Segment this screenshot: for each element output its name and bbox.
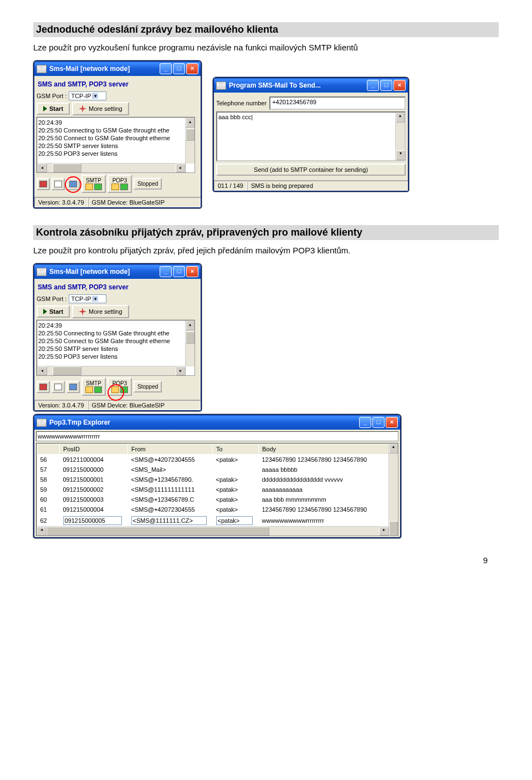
close-button[interactable]: × (386, 417, 398, 428)
table-row[interactable]: 62wwwwwwwwwwrrrrrrrrr (37, 514, 398, 527)
from-input[interactable] (131, 516, 207, 525)
maximize-button[interactable]: □ (173, 63, 185, 74)
main-title-text: Sms-Mail [network mode] (49, 268, 130, 276)
toolbar-icon-2[interactable] (52, 178, 65, 190)
gsm-port-combo[interactable]: TCP-IP ▾ (69, 294, 106, 303)
red-circle-highlight (65, 176, 81, 193)
col-num[interactable] (37, 444, 60, 455)
status-version: Version: 3.0.4.79 (34, 400, 88, 410)
telephone-label: Telephone number (216, 100, 267, 106)
pop3-tab[interactable]: POP3 (108, 175, 132, 193)
log-scrollbar-h[interactable]: ◂▸ (37, 366, 186, 375)
maximize-button[interactable]: □ (380, 80, 392, 91)
start-button[interactable]: Start (37, 305, 70, 318)
more-setting-button[interactable]: More setting (72, 102, 129, 115)
smtp-tab[interactable]: SMTP (81, 175, 106, 193)
minimize-button[interactable]: _ (359, 417, 371, 428)
chevron-down-icon[interactable]: ▾ (93, 296, 98, 302)
main-status-bar: Version: 3.0.4.79 GSM Device: BlueGateSI… (34, 197, 201, 207)
send-title-text: Program SMS-Mail To Send... (229, 81, 321, 89)
scroll-up-icon[interactable]: ▴ (186, 118, 195, 128)
close-button[interactable]: × (186, 266, 198, 277)
minimize-button[interactable]: _ (367, 80, 379, 91)
col-to[interactable]: To (213, 444, 259, 455)
stopped-tab[interactable]: Stopped (134, 381, 162, 392)
pop3-explorer-window: Pop3.Tmp Explorer _ □ × wwwwwwwwwwrrrrrr… (33, 414, 401, 538)
gsm-port-value: TCP-IP (71, 93, 91, 99)
to-input[interactable] (216, 516, 253, 525)
col-posid[interactable]: PosID (60, 444, 128, 455)
table-row[interactable]: 56091211000004<SMS@+42072304555<patak>12… (37, 455, 398, 465)
scroll-thumb-h[interactable] (53, 164, 81, 172)
gear-icon (79, 308, 86, 315)
col-from[interactable]: From (128, 444, 213, 455)
pop3-table: PosID From To Body 56091211000004<SMS@+4… (37, 443, 398, 527)
pop3-tab[interactable]: POP3 (108, 378, 132, 396)
close-button[interactable]: × (186, 63, 198, 74)
scroll-thumb[interactable] (186, 129, 195, 141)
main-titlebar[interactable]: Sms-Mail [network mode] _ □ × (34, 264, 201, 279)
table-row[interactable]: 59091215000002<SMS@111111111111<patak>aa… (37, 485, 398, 494)
gsm-port-combo[interactable]: TCP-IP ▾ (69, 91, 106, 100)
main-title-text: Sms-Mail [network mode] (49, 65, 130, 73)
log-output: 20:24:39 20:25:50 Connecting to GSM Gate… (37, 117, 195, 173)
smtp-tab[interactable]: SMTP (81, 378, 106, 396)
minimize-button[interactable]: _ (160, 266, 172, 277)
log-scrollbar-v[interactable]: ▴ (185, 320, 195, 366)
app-icon (37, 65, 47, 73)
toolbar-icon-1[interactable] (37, 381, 50, 393)
app-icon (216, 81, 226, 90)
table-row[interactable]: 58091215000001<SMS@+1234567890.<patak>dd… (37, 475, 398, 485)
chevron-down-icon[interactable]: ▾ (93, 93, 98, 99)
maximize-button[interactable]: □ (372, 417, 385, 428)
send-status-text: SMS is being prepared (247, 181, 408, 191)
table-row[interactable]: 57091215000000<SMS_Mail>aaaaa bbbbb (37, 465, 398, 475)
log-scrollbar-h[interactable]: ◂ ▸ (37, 163, 186, 172)
maximize-button[interactable]: □ (173, 266, 185, 277)
more-setting-button[interactable]: More setting (72, 305, 129, 318)
textarea-scrollbar[interactable]: ▴▾ (395, 113, 405, 160)
play-icon (43, 309, 47, 314)
status-device: GSM Device: BlueGateSIP (88, 400, 201, 410)
toolbar-icon-smtp-monitor[interactable] (66, 381, 80, 393)
pop3-titlebar[interactable]: Pop3.Tmp Explorer _ □ × (34, 415, 400, 430)
minimize-button[interactable]: _ (160, 63, 172, 74)
log-output: 20:24:39 20:25:50 Connecting to GSM Gate… (37, 320, 195, 376)
message-textarea[interactable]: aaa bbb ccc ▴▾ (216, 111, 406, 161)
section2-title: Kontrola zásobníku přijatých zpráv, přip… (33, 225, 499, 240)
table-scrollbar-v[interactable]: ▴ (388, 443, 398, 527)
page-number: 9 (33, 555, 499, 565)
start-button[interactable]: Start (37, 103, 70, 115)
section2-desc: Lze použít pro kontrolu přijatých zpráv,… (33, 246, 499, 255)
gear-icon (79, 105, 86, 113)
scroll-right-icon[interactable]: ▸ (176, 164, 186, 172)
main-titlebar[interactable]: Sms-Mail [network mode] _ □ × (34, 62, 201, 76)
table-row[interactable]: 61091215000004<SMS@+42072304555<patak>12… (37, 504, 398, 514)
send-button[interactable]: Send (add to SMTP container for sending) (216, 164, 406, 176)
posid-input[interactable] (63, 516, 122, 525)
app-icon (37, 268, 47, 276)
section1-title: Jednoduché odeslání zprávy bez mailového… (33, 22, 499, 37)
status-version: Version: 3.0.4.79 (34, 197, 88, 207)
stopped-tab[interactable]: Stopped (134, 178, 162, 190)
panel-title: SMS and SMTP, POP3 server (38, 283, 197, 291)
send-window: Program SMS-Mail To Send... _ □ × Teleph… (213, 77, 409, 192)
col-body[interactable]: Body (259, 444, 398, 455)
send-titlebar[interactable]: Program SMS-Mail To Send... _ □ × (214, 78, 408, 93)
log-scrollbar-v[interactable]: ▴ (185, 118, 195, 164)
toolbar-icon-2[interactable] (52, 381, 65, 393)
scroll-left-icon[interactable]: ◂ (37, 164, 47, 172)
pop3-top-line: wwwwwwwwwwrrrrrrrrr (36, 431, 398, 441)
main-status-bar: Version: 3.0.4.79 GSM Device: BlueGateSI… (34, 400, 201, 410)
table-row[interactable]: 60091215000003<SMS@+123456789.C<patak>aa… (37, 494, 398, 504)
toolbar-icon-smtp-monitor[interactable] (66, 178, 80, 190)
pop3-title-text: Pop3.Tmp Explorer (49, 419, 110, 426)
send-status-bar: 011 / 149 SMS is being prepared (214, 180, 408, 191)
gsm-port-label: GSM Port : (37, 93, 66, 99)
close-button[interactable]: × (393, 80, 406, 91)
table-scrollbar-h[interactable]: ◂▸ (37, 526, 389, 536)
send-status-counter: 011 / 149 (214, 181, 247, 191)
toolbar-icon-1[interactable] (37, 178, 50, 190)
telephone-input[interactable]: +420123456789 (269, 96, 406, 110)
play-icon (43, 106, 47, 111)
